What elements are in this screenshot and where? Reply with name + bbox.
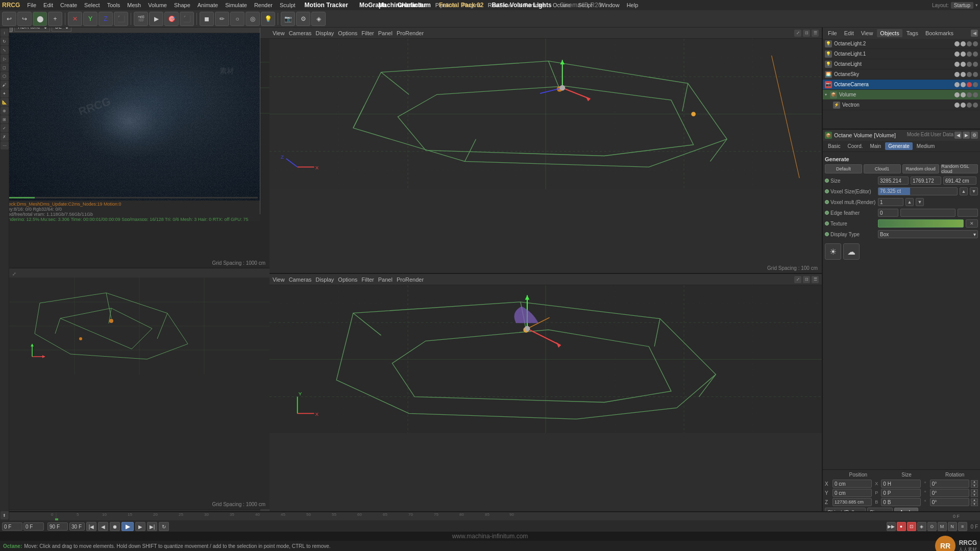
timeline-btn2[interactable]: ● <box>897 522 906 531</box>
menu-octane[interactable]: Octane <box>550 1 574 9</box>
tool-pivot[interactable]: ⊕ <box>1 107 9 115</box>
toolbar-play[interactable]: ▶ <box>149 12 163 26</box>
edgefeather-radio[interactable] <box>825 211 829 215</box>
objects-tab-file[interactable]: File <box>825 29 840 37</box>
tool-rotate[interactable]: ↻ <box>1 37 9 45</box>
attr-icon-cloud[interactable]: ☁ <box>843 243 860 260</box>
menu-render[interactable]: Render <box>251 1 276 9</box>
object-row-octanesky[interactable]: 🌅 OctaneSky <box>823 69 980 80</box>
toolbar-sel[interactable]: ○ <box>230 12 244 26</box>
voxelsize-stepper-down[interactable]: ▼ <box>970 187 978 195</box>
ctrl-dot3[interactable] <box>967 62 972 67</box>
objects-tab-objects[interactable]: Objects <box>877 29 902 37</box>
menu-tools[interactable]: Tools <box>104 1 124 9</box>
coord-x-up[interactable]: ▲ <box>971 480 978 484</box>
attr-tab-medium[interactable]: Medium <box>914 142 938 150</box>
toolbar-cam[interactable]: 📷 <box>281 12 295 26</box>
menu-file[interactable]: File <box>24 1 39 9</box>
character-title[interactable]: Character <box>393 2 431 9</box>
viewport-front-icon3[interactable]: ☰ <box>812 276 819 283</box>
coord-pos-y[interactable]: 0 cm <box>832 489 872 497</box>
size-value1[interactable]: 3285.214 <box>878 177 909 185</box>
texture-swatch[interactable] <box>878 219 964 228</box>
toolbar-redo[interactable]: ↪ <box>17 12 32 26</box>
ctrl-dot2[interactable] <box>961 52 966 57</box>
size-value2[interactable]: 1769.172 <box>911 177 941 185</box>
voxelmult-stepper-down[interactable]: ▼ <box>916 198 924 206</box>
viewport-top-icon2[interactable]: ⊡ <box>803 30 810 37</box>
coord-rot-y[interactable]: 0° <box>930 489 969 497</box>
viewport-top-icon1[interactable]: ⤢ <box>794 30 801 37</box>
timeline-next-btn[interactable]: ▶ <box>135 522 145 531</box>
toolbar-settings[interactable]: ⚙ <box>296 12 310 26</box>
attr-tab-basic[interactable]: Basic <box>825 142 843 150</box>
tool-check[interactable]: ✓ <box>1 124 9 132</box>
ctrl-dot3[interactable] <box>967 103 972 108</box>
ctrl-dot2[interactable] <box>961 92 966 97</box>
edgefeather-value[interactable]: 0 <box>878 209 898 217</box>
toolbar-x[interactable]: ✕ <box>68 12 82 26</box>
ctrl-dot2[interactable] <box>961 41 966 46</box>
coord-x-down[interactable]: ▼ <box>971 484 978 488</box>
frame-fps-input[interactable]: 30 F <box>69 522 85 531</box>
ctrl-dot3[interactable] <box>967 92 972 97</box>
menu-simulate[interactable]: Simulate <box>222 1 250 9</box>
timeline-btn3[interactable]: ⊡ <box>907 522 916 531</box>
attr-panel-collapse[interactable]: ◀ <box>954 132 962 139</box>
btn-default[interactable]: Default <box>825 164 862 173</box>
ctrl-dot1[interactable] <box>954 62 960 67</box>
object-row-vectron[interactable]: ⚡ Vectron <box>823 100 980 110</box>
menu-realflow[interactable]: RealFlow <box>485 1 514 9</box>
btn-random-cloud[interactable]: Random cloud <box>902 164 940 173</box>
timeline-btn8[interactable]: ≡ <box>958 522 967 531</box>
attr-panel-settings[interactable]: ⚙ <box>971 132 978 139</box>
ctrl-dot1[interactable] <box>954 82 960 87</box>
objects-tab-edit[interactable]: Edit <box>841 29 857 37</box>
toolbar-live[interactable]: ⬤ <box>33 12 47 26</box>
toolbar-undo[interactable]: ↩ <box>2 12 16 26</box>
layout-arrow[interactable]: ▾ <box>975 3 978 8</box>
ctrl-dot4[interactable] <box>973 62 978 67</box>
frame-start-input[interactable]: 0 F <box>2 522 22 531</box>
attr-tab-coord[interactable]: Coord. <box>844 142 866 150</box>
viewport-front-prorender[interactable]: ProRender <box>397 277 424 283</box>
displaytype-dropdown[interactable]: Box ▾ <box>878 230 978 238</box>
coord-y-up[interactable]: ▲ <box>971 489 978 493</box>
tool-move[interactable]: ↕ <box>1 29 9 37</box>
menu-xparticles[interactable]: X-Particles <box>516 1 549 9</box>
objects-tab-bookmarks[interactable]: Bookmarks <box>922 29 957 37</box>
coord-pos-x[interactable]: 0 cm <box>832 480 872 488</box>
ctrl-dot4[interactable] <box>973 82 978 87</box>
viewport-front-filter[interactable]: Filter <box>361 277 374 283</box>
menu-plugins[interactable]: Plugins <box>459 1 484 9</box>
btn-cloud1[interactable]: Cloud1 <box>864 164 901 173</box>
tool-lasso[interactable]: ⬡ <box>1 72 9 80</box>
menu-shape[interactable]: Shape <box>171 1 193 9</box>
tool-snap[interactable]: ⊞ <box>1 115 9 123</box>
ctrl-dot3[interactable] <box>967 82 972 87</box>
menu-edit[interactable]: Edit <box>40 1 56 9</box>
coord-size-x[interactable]: 0 H <box>881 480 920 488</box>
ctrl-dot1[interactable] <box>954 103 960 108</box>
voxelmult-stepper-up[interactable]: ▲ <box>905 198 914 206</box>
voxelsize-radio[interactable] <box>825 189 829 193</box>
attr-panel-userdata[interactable]: User Data <box>930 132 953 139</box>
viewport-front-view[interactable]: View <box>273 277 285 283</box>
viewport-top-prorender[interactable]: ProRender <box>397 30 424 36</box>
edgefeather-bar[interactable] <box>900 209 955 217</box>
coord-size-y[interactable]: 0 P <box>881 489 920 497</box>
timeline-loop-btn[interactable]: ↻ <box>159 522 169 531</box>
toolbar-y[interactable]: Y <box>83 12 97 26</box>
timeline-btn6[interactable]: M <box>938 522 947 531</box>
ctrl-dot1[interactable] <box>954 92 960 97</box>
displaytype-radio[interactable] <box>825 232 829 236</box>
ctrl-dot4[interactable] <box>973 103 978 108</box>
toolbar-z[interactable]: Z <box>99 12 113 26</box>
object-row-octanelight[interactable]: 💡 OctaneLight <box>823 59 980 69</box>
viewport-top-options[interactable]: Options <box>338 30 357 36</box>
motion-tracker-title[interactable]: Motion Tracker <box>300 2 353 9</box>
objects-tab-view[interactable]: View <box>858 29 876 37</box>
tool-extra[interactable]: ⋯ <box>1 141 9 149</box>
viewport-front-cameras[interactable]: Cameras <box>289 277 312 283</box>
ctrl-dot4[interactable] <box>973 92 978 97</box>
